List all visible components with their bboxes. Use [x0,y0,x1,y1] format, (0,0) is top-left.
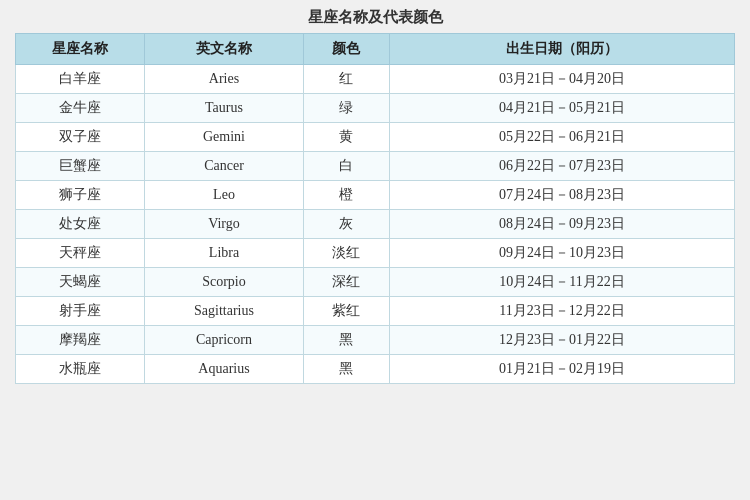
cell-color: 橙 [303,181,389,210]
cell-english: Libra [145,239,303,268]
cell-english: Sagittarius [145,297,303,326]
cell-chinese: 金牛座 [16,94,145,123]
cell-chinese: 巨蟹座 [16,152,145,181]
cell-english: Virgo [145,210,303,239]
cell-date: 04月21日－05月21日 [389,94,734,123]
table-row: 巨蟹座Cancer白06月22日－07月23日 [16,152,735,181]
cell-english: Capricorn [145,326,303,355]
cell-date: 09月24日－10月23日 [389,239,734,268]
cell-english: Aquarius [145,355,303,384]
header-color: 颜色 [303,34,389,65]
cell-chinese: 水瓶座 [16,355,145,384]
cell-chinese: 双子座 [16,123,145,152]
cell-date: 05月22日－06月21日 [389,123,734,152]
cell-color: 灰 [303,210,389,239]
header-english: 英文名称 [145,34,303,65]
cell-color: 黑 [303,355,389,384]
cell-color: 紫红 [303,297,389,326]
cell-date: 08月24日－09月23日 [389,210,734,239]
cell-color: 淡红 [303,239,389,268]
table-row: 白羊座Aries红03月21日－04月20日 [16,65,735,94]
cell-color: 黑 [303,326,389,355]
cell-english: Scorpio [145,268,303,297]
cell-english: Taurus [145,94,303,123]
cell-date: 11月23日－12月22日 [389,297,734,326]
cell-english: Cancer [145,152,303,181]
cell-color: 黄 [303,123,389,152]
table-row: 天蝎座Scorpio深红10月24日－11月22日 [16,268,735,297]
cell-chinese: 狮子座 [16,181,145,210]
cell-color: 白 [303,152,389,181]
table-row: 狮子座Leo橙07月24日－08月23日 [16,181,735,210]
zodiac-table: 星座名称 英文名称 颜色 出生日期（阳历） 白羊座Aries红03月21日－04… [15,33,735,384]
cell-chinese: 白羊座 [16,65,145,94]
table-row: 天秤座Libra淡红09月24日－10月23日 [16,239,735,268]
cell-chinese: 天秤座 [16,239,145,268]
cell-color: 绿 [303,94,389,123]
main-container: 星座名称及代表颜色 星座名称 英文名称 颜色 出生日期（阳历） 白羊座Aries… [15,8,735,384]
table-header-row: 星座名称 英文名称 颜色 出生日期（阳历） [16,34,735,65]
cell-date: 03月21日－04月20日 [389,65,734,94]
header-date: 出生日期（阳历） [389,34,734,65]
cell-chinese: 射手座 [16,297,145,326]
table-row: 双子座Gemini黄05月22日－06月21日 [16,123,735,152]
cell-color: 红 [303,65,389,94]
table-row: 金牛座Taurus绿04月21日－05月21日 [16,94,735,123]
cell-date: 07月24日－08月23日 [389,181,734,210]
cell-english: Gemini [145,123,303,152]
table-body: 白羊座Aries红03月21日－04月20日金牛座Taurus绿04月21日－0… [16,65,735,384]
table-row: 射手座Sagittarius紫红11月23日－12月22日 [16,297,735,326]
cell-date: 01月21日－02月19日 [389,355,734,384]
cell-chinese: 天蝎座 [16,268,145,297]
cell-color: 深红 [303,268,389,297]
cell-english: Leo [145,181,303,210]
table-row: 水瓶座Aquarius黑01月21日－02月19日 [16,355,735,384]
cell-date: 06月22日－07月23日 [389,152,734,181]
header-chinese: 星座名称 [16,34,145,65]
page-title: 星座名称及代表颜色 [15,8,735,27]
cell-chinese: 处女座 [16,210,145,239]
table-row: 摩羯座Capricorn黑12月23日－01月22日 [16,326,735,355]
table-row: 处女座Virgo灰08月24日－09月23日 [16,210,735,239]
cell-english: Aries [145,65,303,94]
cell-date: 10月24日－11月22日 [389,268,734,297]
cell-date: 12月23日－01月22日 [389,326,734,355]
cell-chinese: 摩羯座 [16,326,145,355]
